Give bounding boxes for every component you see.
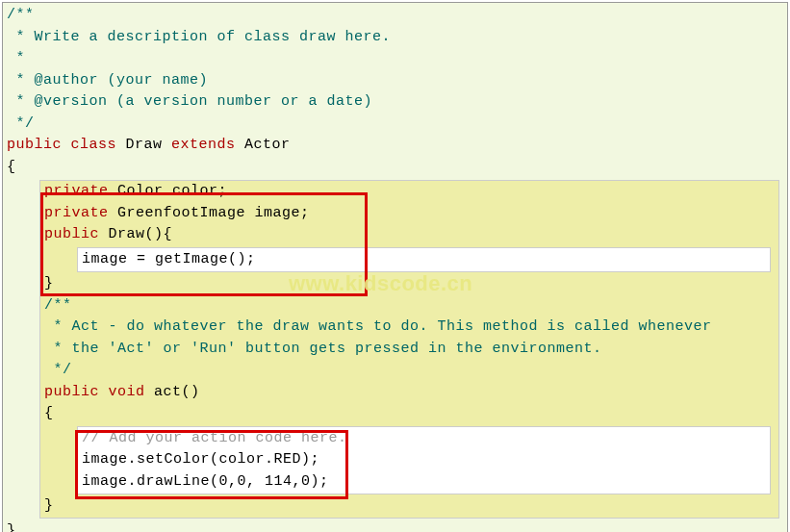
class-body: private Color color; private GreenfootIm… bbox=[39, 180, 779, 519]
act-brace-close: } bbox=[44, 495, 775, 518]
act-brace-open: { bbox=[44, 403, 775, 425]
jd-line: * @author (your name) bbox=[7, 72, 217, 89]
ctor-body-line: image = getImage(); bbox=[82, 249, 766, 271]
field-decl: Color color; bbox=[109, 183, 228, 199]
class-name: Draw bbox=[116, 137, 171, 153]
jd-line: * Write a description of class draw here… bbox=[7, 29, 391, 45]
act-line-setcolor: image.setColor(color.RED); bbox=[82, 449, 766, 471]
act-body: // Add your action code here. image.setC… bbox=[77, 426, 771, 495]
jd-line: /** bbox=[7, 7, 35, 23]
act-sig: public void act() bbox=[44, 382, 775, 404]
kw-extends: extends bbox=[171, 137, 236, 153]
field-image: private GreenfootImage image; bbox=[44, 203, 775, 225]
field-decl: GreenfootImage image; bbox=[109, 205, 310, 221]
kw-private: private bbox=[44, 205, 109, 221]
jd-line: * @version (a version number or a date) bbox=[7, 93, 372, 110]
kw-public: public bbox=[7, 137, 62, 153]
jd-line: * Act - do whatever the draw wants to do… bbox=[44, 318, 712, 335]
javadoc-class: /** * Write a description of class draw … bbox=[7, 5, 783, 135]
jd-line: * bbox=[7, 50, 35, 66]
kw-class: class bbox=[71, 137, 117, 153]
act-name: act() bbox=[145, 384, 228, 400]
code-block: /** * Write a description of class draw … bbox=[2, 2, 788, 532]
jd-line: /** bbox=[44, 297, 72, 314]
jd-line: * the 'Act' or 'Run' button gets pressed… bbox=[44, 341, 602, 357]
kw-void: void bbox=[109, 384, 145, 400]
class-declaration: public class Draw extends Actor bbox=[7, 135, 783, 157]
kw-public: public bbox=[44, 384, 99, 400]
ctor-name: Draw(){ bbox=[99, 226, 172, 242]
superclass: Actor bbox=[236, 137, 291, 153]
kw-public: public bbox=[44, 226, 99, 242]
kw-private: private bbox=[44, 183, 109, 199]
brace-close: } bbox=[7, 520, 783, 533]
jd-line: */ bbox=[7, 115, 35, 132]
act-comment: // Add your action code here. bbox=[82, 428, 766, 450]
act-line-drawline: image.drawLine(0,0, 114,0); bbox=[82, 471, 766, 494]
javadoc-act: /** * Act - do whatever the draw wants t… bbox=[44, 295, 775, 382]
constructor-body: image = getImage(); bbox=[77, 247, 771, 273]
jd-line: */ bbox=[44, 362, 72, 378]
field-color: private Color color; bbox=[44, 181, 775, 203]
brace-open: { bbox=[7, 157, 783, 179]
constructor-sig: public Draw(){ bbox=[44, 224, 775, 246]
ctor-close: } bbox=[44, 273, 775, 295]
